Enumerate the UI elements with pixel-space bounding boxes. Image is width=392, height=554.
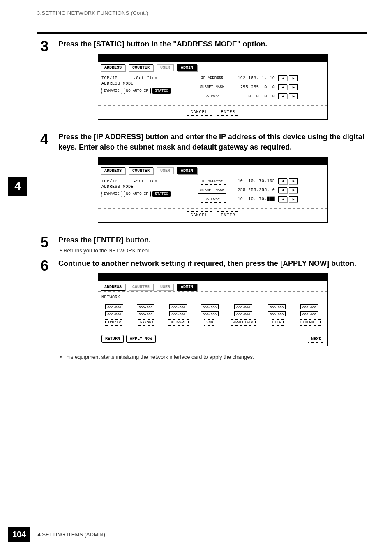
page-footer: 104 4.SETTING ITEMS (ADMIN) (8, 527, 105, 542)
mask-left-arrow[interactable]: ◀ (278, 187, 287, 193)
screenshot-tcpip-1: ADDRESS COUNTER USER ADMIN TCP/IP ▸Set I… (98, 54, 328, 120)
next-button[interactable]: Next (308, 335, 324, 343)
step-number: 6 (37, 259, 52, 360)
address-mode-label: ADDRESS MODE (101, 185, 191, 189)
tab-address[interactable]: ADDRESS (101, 64, 125, 71)
tab-admin[interactable]: ADMIN (177, 167, 197, 174)
net-item-label: IPX/SPX (136, 319, 156, 326)
subnet-mask-value: 255.255. 0. 0 (230, 85, 275, 90)
static-button[interactable]: STATIC (152, 191, 171, 197)
net-item-label: HTTP (270, 319, 284, 326)
net-item-label: SMB (204, 319, 215, 326)
gateway-value: 10. 10. 70.███ (230, 197, 275, 201)
net-item-line: XXX.XXX (300, 311, 318, 316)
tab-address[interactable]: ADDRESS (101, 284, 125, 291)
ip-left-arrow[interactable]: ◀ (278, 75, 287, 81)
no-auto-ip-button[interactable]: NO AUTO IP (124, 88, 151, 94)
ip-address-button[interactable]: IP ADDRESS (198, 178, 226, 185)
step-4: 4 Press the [IP ADDRESS] button and ente… (37, 132, 367, 230)
set-item-label: ▸Set Item (134, 76, 158, 81)
step-number: 4 (37, 132, 52, 230)
network-item[interactable]: XXX.XXXXXX.XXXNETWARE (168, 304, 189, 326)
apply-now-button[interactable]: APPLY NOW (126, 335, 156, 343)
mask-right-arrow[interactable]: ▶ (289, 84, 298, 90)
mask-right-arrow[interactable]: ▶ (289, 187, 298, 193)
tcpip-label: TCP/IP (101, 179, 118, 184)
subnet-mask-value: 255.255.255. 0 (230, 188, 275, 192)
tab-admin[interactable]: ADMIN (177, 64, 197, 71)
network-item[interactable]: XXX.XXXXXX.XXXETHERNET (297, 304, 321, 326)
enter-button[interactable]: ENTER (217, 108, 240, 116)
section-rule (37, 32, 367, 34)
network-item[interactable]: XXX.XXXXXX.XXXTCP/IP (105, 304, 124, 326)
net-item-line: XXX.XXX (137, 304, 155, 309)
gateway-button[interactable]: GATEWAY (198, 196, 226, 203)
net-item-label: NETWARE (168, 319, 189, 326)
network-label: NETWORK (101, 295, 324, 300)
gw-left-arrow[interactable]: ◀ (278, 93, 287, 99)
ip-address-value: 10. 10. 70.105 (230, 179, 275, 183)
step-title: Press the [IP ADDRESS] button and enter … (58, 132, 367, 152)
net-item-label: APPLETALK (231, 319, 256, 326)
cancel-button[interactable]: CANCEL (186, 211, 212, 219)
step-3: 3 Press the [STATIC] button in the "ADDR… (37, 39, 367, 127)
net-item-line: XXX.XXX (268, 304, 286, 309)
net-item-line: XXX.XXX (169, 304, 187, 309)
ip-right-arrow[interactable]: ▶ (289, 178, 298, 184)
screenshot-tcpip-2: ADDRESS COUNTER USER ADMIN TCP/IP ▸Set I… (98, 157, 328, 223)
tab-counter[interactable]: COUNTER (129, 64, 153, 71)
network-item[interactable]: XXX.XXXXXX.XXXHTTP (267, 304, 286, 326)
gw-left-arrow[interactable]: ◀ (278, 196, 287, 202)
static-button[interactable]: STATIC (152, 88, 171, 94)
tab-user[interactable]: USER (157, 284, 174, 291)
gw-right-arrow[interactable]: ▶ (289, 93, 298, 99)
subnet-mask-button[interactable]: SUBNET MASK (198, 187, 226, 194)
tab-counter[interactable]: COUNTER (129, 284, 153, 291)
step-5: 5 Press the [ENTER] button. • Returns yo… (37, 235, 367, 254)
step-number: 5 (37, 235, 52, 254)
network-item[interactable]: XXX.XXXXXX.XXXIPX/SPX (135, 304, 157, 326)
dynamic-button[interactable]: DYNAMIC (101, 191, 122, 197)
net-item-label: TCP/IP (105, 319, 123, 326)
tab-user[interactable]: USER (157, 167, 174, 174)
gateway-button[interactable]: GATEWAY (198, 93, 226, 99)
net-item-line: XXX.XXX (234, 311, 252, 316)
breadcrumb: 3.SETTING NETWORK FUNCTIONS (Cont.) (37, 10, 367, 16)
mask-left-arrow[interactable]: ◀ (278, 84, 287, 90)
dynamic-button[interactable]: DYNAMIC (101, 88, 122, 94)
subnet-mask-button[interactable]: SUBNET MASK (198, 84, 226, 90)
step-title: Press the [STATIC] button in the "ADDRES… (58, 39, 367, 49)
ip-address-value: 192.168. 1. 10 (230, 76, 275, 81)
step-title: Press the [ENTER] button. (58, 235, 367, 245)
step-bullet: • This equipment starts initializing the… (60, 354, 367, 360)
step-bullet: • Returns you to the NETWORK menu. (60, 247, 367, 254)
enter-button[interactable]: ENTER (217, 211, 240, 219)
set-item-label: ▸Set Item (134, 179, 158, 184)
net-item-line: XXX.XXX (201, 304, 219, 309)
net-item-line: XXX.XXX (300, 304, 318, 309)
cancel-button[interactable]: CANCEL (186, 108, 212, 116)
tab-admin[interactable]: ADMIN (177, 284, 197, 291)
tab-counter[interactable]: COUNTER (129, 167, 153, 174)
screenshot-network-menu: ADDRESS COUNTER USER ADMIN NETWORK XXX.X… (98, 273, 328, 346)
ip-right-arrow[interactable]: ▶ (289, 75, 298, 81)
ip-left-arrow[interactable]: ◀ (278, 178, 287, 184)
tab-address[interactable]: ADDRESS (101, 167, 125, 174)
tab-user[interactable]: USER (157, 64, 174, 71)
chapter-tab-badge: 4 (8, 177, 27, 196)
gateway-value: 0. 0. 0. 0 (230, 94, 275, 99)
net-item-line: XXX.XXX (169, 311, 187, 316)
no-auto-ip-button[interactable]: NO AUTO IP (124, 191, 151, 197)
tcpip-label: TCP/IP (101, 76, 118, 81)
net-item-line: XXX.XXX (234, 304, 252, 309)
step-title: Continue to another network setting if r… (58, 259, 367, 268)
net-item-label: ETHERNET (298, 319, 321, 326)
address-mode-label: ADDRESS MODE (101, 81, 191, 86)
ip-address-button[interactable]: IP ADDRESS (198, 75, 226, 81)
net-item-line: XXX.XXX (137, 311, 155, 316)
gw-right-arrow[interactable]: ▶ (289, 196, 298, 202)
network-item[interactable]: XXX.XXXXXX.XXXSMB (200, 304, 219, 326)
return-button[interactable]: RETURN (101, 335, 124, 343)
net-item-line: XXX.XXX (268, 311, 286, 316)
network-item[interactable]: XXX.XXXXXX.XXXAPPLETALK (231, 304, 256, 326)
